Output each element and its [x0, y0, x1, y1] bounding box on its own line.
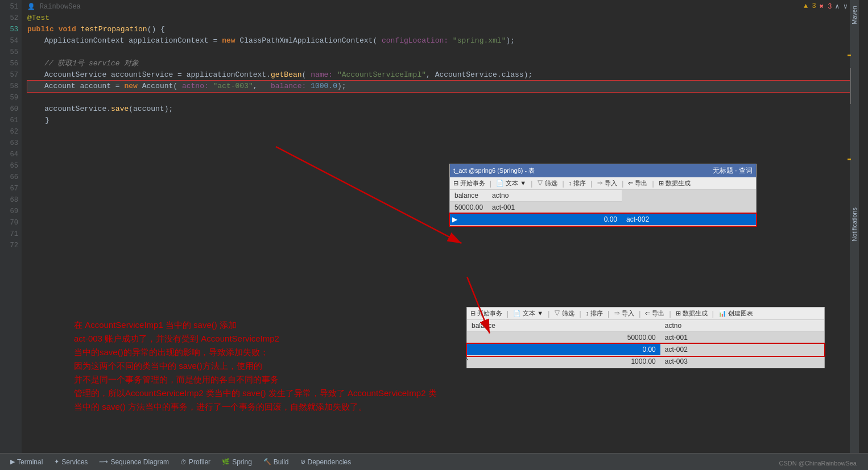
nav-arrows[interactable]: ∧ ∨	[835, 2, 848, 11]
code-line-53: public void testPropagation() {	[27, 24, 859, 35]
services-icon: ✦	[54, 458, 59, 465]
line-num-58: 58	[10, 81, 18, 92]
export-btn-2[interactable]: ⇐ 导出	[645, 309, 664, 318]
line-num-63: 63	[10, 138, 18, 149]
maven-label: Maven	[851, 6, 858, 24]
kw-public: public	[27, 24, 54, 35]
db-popup-1-title-text: t_act @spring6 (Spring6) - 表	[453, 167, 535, 175]
line-num-72: 72	[10, 240, 18, 251]
code-line-57: AccountService accountService = applicat…	[27, 69, 859, 81]
balance-val-1-1: 50000.00	[450, 202, 487, 214]
filter-btn-1[interactable]: ▽ 筛选	[537, 179, 557, 188]
code-line-60: accountService.save(account);	[27, 103, 859, 115]
warning-count: ▲ 3	[804, 2, 816, 11]
db-popup-1-toolbar: ⊟ 开始事务 | 📄 文本 ▼ | ▽ 筛选 | ↕ 排序 | ⇒ 导入 | ⇐…	[450, 177, 756, 190]
datagen-btn-2[interactable]: ⊞ 数据生成	[676, 309, 708, 318]
warning-marker-1	[848, 55, 851, 56]
warning-marker-2	[848, 159, 851, 160]
line-num-56: 56	[10, 58, 18, 69]
col-actno-1: actno	[487, 190, 622, 202]
db-row-2-2[interactable]: 0.00 act-002	[467, 344, 824, 356]
line-num-69: 69	[10, 206, 18, 217]
annotation-text: 在 AccountServiceImp1 当中的 save() 添加 act-0…	[74, 318, 437, 414]
line-num-53: 53	[10, 24, 18, 35]
import-btn-1[interactable]: ⇒ 导入	[597, 179, 617, 188]
balance-val-2-1: 50000.00	[467, 332, 660, 344]
code-line-54: ApplicationContext applicationContext = …	[27, 35, 859, 47]
line-numbers-gutter: 51 52 53 54 55 56 57 58 59 60 61 62 63 6…	[0, 0, 22, 453]
balance-val-1-2: 0.00	[487, 214, 622, 226]
col-balance-1: balance	[450, 190, 487, 202]
tab-build-label: Build	[274, 458, 289, 466]
sort-btn-1[interactable]: ↕ 排序	[569, 179, 586, 188]
sequence-icon: ⟿	[99, 458, 108, 465]
line-num-70: 70	[10, 217, 18, 228]
method-testPropagation: testPropagation	[81, 24, 147, 35]
actno-val-2-2: act-002	[660, 344, 824, 356]
db-row-1-2[interactable]: ▶ 0.00 act-002	[450, 214, 756, 226]
tab-sequence-diagram[interactable]: ⟿ Sequence Diagram	[93, 454, 175, 470]
code-line-61: }	[27, 115, 859, 126]
db-popup-2: ⊟ 开始事务 | 📄 文本 ▼ | ▽ 筛选 | ↕ 排序 | ⇒ 导入 | ⇐…	[466, 307, 825, 368]
annotation-test: @Test	[27, 13, 49, 24]
db-row-2-1[interactable]: 50000.00 act-001	[467, 332, 824, 344]
import-btn-2[interactable]: ⇒ 导入	[614, 309, 634, 318]
db-row-1-1[interactable]: 50000.00 act-001	[450, 202, 756, 214]
balance-val-2-2: 0.00	[467, 344, 660, 356]
line-num-66: 66	[10, 172, 18, 183]
notifications-panel: Notifications	[850, 204, 859, 245]
status-right-text: CSDN @ChinaRainbowSea	[779, 460, 857, 467]
username-label: RainbowSea	[40, 1, 81, 13]
line-num-52: 52	[10, 13, 18, 24]
tab-spring[interactable]: 🌿 Spring	[216, 454, 258, 470]
col-balance-2: balance	[467, 320, 660, 332]
line-num-64: 64	[10, 149, 18, 160]
type-ApplicationContext: ApplicationContext	[44, 35, 124, 47]
filter-btn-2[interactable]: ▽ 筛选	[554, 309, 574, 318]
tab-dependencies[interactable]: ⊘ Dependencies	[295, 454, 357, 470]
line-num-61: 61	[10, 115, 18, 126]
tab-build[interactable]: 🔨 Build	[258, 454, 295, 470]
tab-dependencies-label: Dependencies	[308, 458, 352, 466]
editor-area: 51 52 53 54 55 56 57 58 59 60 61 62 63 6…	[0, 0, 859, 453]
vertical-scroll-thumb[interactable]	[850, 68, 851, 105]
tab-profiler[interactable]: ⏱ Profiler	[175, 454, 216, 470]
row-indicator-1: ▶	[450, 214, 487, 226]
actno-val-1-1: act-001	[487, 202, 622, 214]
db-popup-1: t_act @spring6 (Spring6) - 表 无标题 · 查词 ⊟ …	[449, 164, 757, 226]
actno-val-1-2: act-002	[622, 214, 756, 226]
sort-btn-2[interactable]: ↕ 排序	[586, 309, 604, 318]
db-row-2-3[interactable]: 1000.00 act-003	[467, 356, 824, 368]
chart-btn-2[interactable]: 📊 创建图表	[718, 309, 753, 318]
build-icon: 🔨	[263, 458, 271, 465]
db-popup-1-actions[interactable]: 无标题 · 查词	[713, 166, 753, 176]
tab-terminal[interactable]: ▶ Terminal	[5, 454, 48, 470]
export-btn-1[interactable]: ⇐ 导出	[628, 179, 647, 188]
datagen-btn-1[interactable]: ⊞ 数据生成	[659, 179, 691, 188]
line-num-71: 71	[10, 228, 18, 240]
actno-val-2-1: act-001	[660, 332, 824, 344]
tab-services[interactable]: ✦ Services	[48, 454, 93, 470]
tab-sequence-label: Sequence Diagram	[110, 458, 169, 466]
line-num-65: 65	[10, 160, 18, 172]
profiler-icon: ⏱	[180, 459, 187, 465]
text-btn-1[interactable]: 📄 文本 ▼	[496, 179, 526, 188]
line-num-57: 57	[10, 69, 18, 81]
spring-icon: 🌿	[222, 458, 230, 465]
line-num-68: 68	[10, 194, 18, 206]
line-num-55: 55	[10, 47, 18, 58]
actno-val-2-3: act-003	[660, 356, 824, 368]
terminal-icon: ▶	[10, 458, 15, 465]
db-table-2: balance actno 50000.00 act-001 0.00 act-…	[467, 320, 824, 368]
line-num-59: 59	[10, 92, 18, 103]
error-count: ✖ 3	[820, 2, 832, 11]
line-num-60: 60	[10, 103, 18, 115]
start-transaction-btn-2[interactable]: ⊟ 开始事务	[470, 309, 502, 318]
start-transaction-btn-1[interactable]: ⊟ 开始事务	[453, 179, 485, 188]
code-line-52: @Test	[27, 13, 859, 24]
balance-val-2-3: 1000.00	[467, 356, 660, 368]
status-bar: ▶ Terminal ✦ Services ⟿ Sequence Diagram…	[0, 453, 868, 470]
text-btn-2[interactable]: 📄 文本 ▼	[513, 309, 543, 318]
code-line-59	[27, 92, 859, 103]
dependencies-icon: ⊘	[300, 458, 305, 465]
